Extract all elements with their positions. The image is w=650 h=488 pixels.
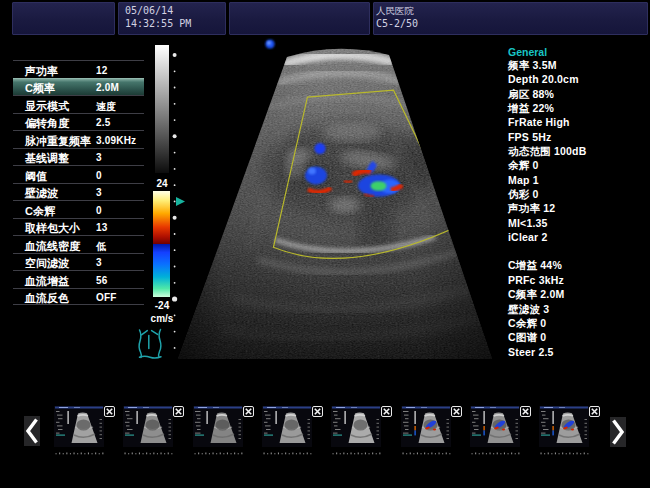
info-row: Depth 20.0cm <box>508 72 586 86</box>
velocity-max-label: 24 <box>145 178 179 189</box>
info-row: C增益 44% <box>508 258 586 272</box>
x-icon <box>245 408 252 415</box>
thumbnail-close-button[interactable] <box>173 406 184 417</box>
parameter-label: 壁滤波 <box>25 186 58 201</box>
image-thumbnail[interactable] <box>401 402 463 458</box>
bmode-parameters: 频率 3.5MDepth 20.0cm扇区 88%增益 22%FrRate Hi… <box>508 58 586 244</box>
color-parameters: C增益 44%PRFc 3kHzC频率 2.0M壁滤波 3C余辉 0C图谱 0S… <box>508 258 586 358</box>
info-row: C图谱 0 <box>508 330 586 344</box>
next-thumbnails-button[interactable] <box>610 417 626 447</box>
info-row: 壁滤波 3 <box>508 302 586 316</box>
parameter-menu-item[interactable]: 基线调整 3 <box>13 148 144 166</box>
info-row: 增益 22% <box>508 101 586 115</box>
parameter-value: 低 <box>96 240 106 254</box>
thumbnail-close-button[interactable] <box>451 406 462 417</box>
parameter-menu-item[interactable]: 阈值 0 <box>13 165 144 183</box>
parameter-label: C频率 <box>25 81 55 96</box>
panel-group-gap <box>508 244 586 258</box>
parameter-value: 0 <box>96 170 102 181</box>
parameter-label: 空间滤波 <box>25 256 69 271</box>
parameter-menu-item[interactable]: 血流增益 56 <box>13 270 144 288</box>
image-thumbnail[interactable] <box>123 402 185 458</box>
parameter-value: 2.0M <box>96 82 119 93</box>
parameter-value: 3 <box>96 187 102 198</box>
velocity-min-label: -24 <box>145 300 179 311</box>
image-thumbnail[interactable] <box>470 402 532 458</box>
parameter-value: 13 <box>96 222 108 233</box>
baseline-arrow-icon <box>176 197 185 206</box>
parameter-menu-item[interactable]: C频率 2.0M <box>13 78 144 96</box>
parameter-label: 偏转角度 <box>25 116 69 131</box>
image-thumbnail[interactable] <box>262 402 324 458</box>
info-row: FrRate High <box>508 115 586 129</box>
image-thumbnail[interactable] <box>539 402 601 458</box>
previous-thumbnails-button[interactable] <box>24 416 40 446</box>
scan-fan <box>170 38 500 362</box>
info-row: 动态范围 100dB <box>508 144 586 158</box>
parameter-menu-item[interactable]: 显示模式 速度 <box>13 95 144 113</box>
parameter-label: C余辉 <box>25 204 55 219</box>
info-row: C余辉 0 <box>508 316 586 330</box>
grayscale-bar <box>155 45 169 173</box>
velocity-unit-label: cm/s <box>145 313 179 324</box>
info-row: 频率 3.5M <box>508 58 586 72</box>
ultrasound-system-screen: { "top_bar": { "date": "05/06/14", "time… <box>0 0 650 488</box>
parameter-label: 基线调整 <box>25 151 69 166</box>
info-row: iClear 2 <box>508 230 586 244</box>
body-marker-icon <box>139 330 161 359</box>
x-icon <box>314 408 321 415</box>
parameter-label: 脉冲重复频率 <box>25 134 91 149</box>
info-row: Map 1 <box>508 173 586 187</box>
colorbar-positive <box>153 191 170 244</box>
x-icon <box>106 408 113 415</box>
info-row: C频率 2.0M <box>508 287 586 301</box>
parameter-label: 血流线密度 <box>25 239 80 254</box>
thumbnail-close-button[interactable] <box>243 406 254 417</box>
hospital-name: 人民医院 <box>376 4 414 17</box>
parameter-menu-item[interactable]: 血流反色 OFF <box>13 288 144 306</box>
chevron-right-icon <box>612 419 624 445</box>
parameter-menu-item[interactable]: C余辉 0 <box>13 200 144 218</box>
x-icon <box>175 408 182 415</box>
parameter-menu-item[interactable]: 空间滤波 3 <box>13 253 144 271</box>
info-row: 余辉 0 <box>508 158 586 172</box>
info-row: FPS 5Hz <box>508 130 586 144</box>
info-row: MI<1.35 <box>508 216 586 230</box>
topbar-segment-1 <box>12 2 115 35</box>
parameter-menu-item[interactable]: 脉冲重复频率 3.09KHz <box>13 130 144 148</box>
image-thumbnail[interactable] <box>331 402 393 458</box>
x-icon <box>522 408 529 415</box>
topbar-segment-3 <box>229 2 370 35</box>
parameter-label: 血流增益 <box>25 274 69 289</box>
info-row: 伪彩 0 <box>508 187 586 201</box>
parameter-value: 3 <box>96 257 102 268</box>
info-row: Steer 2.5 <box>508 345 586 359</box>
imaging-info-panel: General 频率 3.5MDepth 20.0cm扇区 88%增益 22%F… <box>508 41 586 359</box>
parameter-value: 2.5 <box>96 117 111 128</box>
thumbnail-close-button[interactable] <box>589 406 600 417</box>
parameter-menu-item[interactable]: 壁滤波 3 <box>13 183 144 201</box>
parameter-menu-item[interactable]: 取样包大小 13 <box>13 218 144 236</box>
parameter-value: 3 <box>96 152 102 163</box>
thumbnail-close-button[interactable] <box>104 406 115 417</box>
parameter-menu-item[interactable]: 偏转角度 2.5 <box>13 113 144 131</box>
parameter-label: 显示模式 <box>25 99 69 114</box>
info-row: 扇区 88% <box>508 87 586 101</box>
image-thumbnail[interactable] <box>54 402 116 458</box>
thumbnail-close-button[interactable] <box>520 406 531 417</box>
colorbar-negative <box>153 244 170 297</box>
x-icon <box>453 408 460 415</box>
probe-preset: C5-2/50 <box>376 17 418 30</box>
system-date: 05/06/14 <box>125 4 173 17</box>
thumbnail-close-button[interactable] <box>312 406 323 417</box>
image-thumbnail[interactable] <box>193 402 255 458</box>
parameter-value: 速度 <box>96 100 116 114</box>
parameter-value: 3.09KHz <box>96 135 136 146</box>
parameter-value: OFF <box>96 292 117 303</box>
parameter-menu-item[interactable]: 声功率 12 <box>13 60 144 78</box>
parameter-value: 56 <box>96 275 108 286</box>
thumbnail-close-button[interactable] <box>381 406 392 417</box>
parameter-label: 取样包大小 <box>25 221 80 236</box>
parameter-label: 阈值 <box>25 169 47 184</box>
parameter-menu-item[interactable]: 血流线密度 低 <box>13 235 144 253</box>
